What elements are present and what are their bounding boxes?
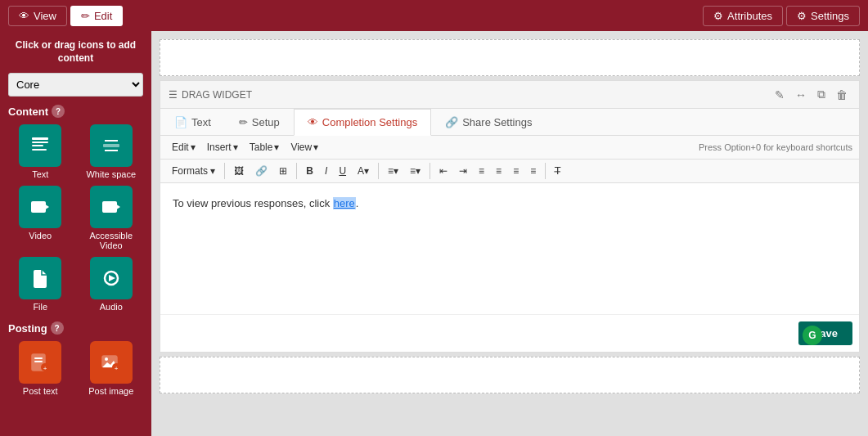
indent-right-btn[interactable]: ⇥ xyxy=(454,163,472,179)
fmt-sep-4 xyxy=(430,163,430,179)
widget-move-btn[interactable]: ↔ xyxy=(792,86,810,103)
core-select[interactable]: Core Advanced Custom xyxy=(8,73,143,97)
link-btn[interactable]: 🔗 xyxy=(250,163,272,179)
tab-setup-icon: ✏ xyxy=(239,116,248,128)
accessible-video-icon xyxy=(100,196,123,218)
attributes-icon: ⚙ xyxy=(713,10,723,22)
bold-btn[interactable]: B xyxy=(301,163,318,179)
color-btn[interactable]: A▾ xyxy=(353,163,374,179)
drag-widget-label: ☰ DRAG WIDGET xyxy=(169,89,252,101)
accessible-video-icon-item[interactable]: Accessible Video xyxy=(79,186,144,250)
posting-help-icon[interactable]: ? xyxy=(51,321,64,335)
drag-icon: ☰ xyxy=(169,89,178,101)
widget-edit-btn[interactable]: ✎ xyxy=(771,86,788,103)
post-text-icon-item[interactable]: + Post text xyxy=(8,341,73,396)
grammarly-icon: G xyxy=(803,326,822,345)
audio-icon-box xyxy=(90,257,133,299)
align-center-btn[interactable]: ≡ xyxy=(491,163,506,179)
svg-marker-8 xyxy=(44,204,49,210)
whitespace-label: White space xyxy=(86,169,136,179)
view-button[interactable]: 👁 View xyxy=(8,6,67,26)
widget-placeholder-bottom xyxy=(160,357,860,393)
svg-marker-10 xyxy=(115,204,120,210)
editor-text-before: To view previous responses, click xyxy=(173,197,333,209)
attributes-button[interactable]: ⚙ Attributes xyxy=(703,6,783,26)
text-icon xyxy=(29,134,52,157)
tab-share-settings[interactable]: 🔗 Share Settings xyxy=(431,109,546,135)
whitespace-icon-box xyxy=(90,124,133,167)
tab-completion-settings[interactable]: 👁 Completion Settings xyxy=(294,109,431,136)
edit-chevron-icon: ▾ xyxy=(191,142,196,153)
text-label: Text xyxy=(32,169,48,179)
file-label: File xyxy=(33,302,47,312)
content-help-icon[interactable]: ? xyxy=(52,105,65,118)
image-btn[interactable]: 🖼 xyxy=(229,163,249,179)
file-icon-item[interactable]: File xyxy=(8,257,73,312)
svg-rect-11 xyxy=(103,211,111,213)
align-left-btn[interactable]: ≡ xyxy=(474,163,489,179)
whitespace-icon xyxy=(100,134,123,157)
post-image-icon-box: + xyxy=(90,341,133,384)
top-bar-left: 👁 View ✏ Edit xyxy=(8,6,123,26)
number-list-btn[interactable]: ≡▾ xyxy=(405,163,425,179)
tab-share-icon: 🔗 xyxy=(445,116,458,128)
fmt-sep-5 xyxy=(545,163,546,179)
content-section-title: Content ? xyxy=(8,105,143,118)
tab-setup[interactable]: ✏ Setup xyxy=(225,109,294,135)
sidebar-hint: Click or drag icons to add content xyxy=(8,39,143,65)
accessible-video-icon-box xyxy=(90,186,133,228)
tab-text[interactable]: 📄 Text xyxy=(160,109,225,135)
editor-area[interactable]: To view previous responses, click here. xyxy=(160,183,859,314)
editor-toolbar-top: Edit ▾ Insert ▾ Table ▾ View ▾ xyxy=(160,136,859,160)
edit-menu-btn[interactable]: Edit ▾ xyxy=(167,139,200,155)
top-bar-right: ⚙ Attributes ⚙ Settings xyxy=(703,6,860,26)
bullet-list-btn[interactable]: ≡▾ xyxy=(383,163,403,179)
editor-text-after: . xyxy=(356,197,359,209)
content-area: ☰ DRAG WIDGET ✎ ↔ ⧉ 🗑 📄 Text ✏ S xyxy=(151,31,868,436)
video-icon-box xyxy=(19,186,61,228)
svg-rect-16 xyxy=(34,361,43,362)
svg-rect-4 xyxy=(103,144,119,147)
table-menu-btn[interactable]: Table ▾ xyxy=(245,139,285,155)
insert-chevron-icon: ▾ xyxy=(233,142,238,153)
editor-link[interactable]: here xyxy=(333,197,356,209)
top-bar: 👁 View ✏ Edit ⚙ Attributes ⚙ Settings xyxy=(0,0,868,31)
formats-chevron-icon: ▾ xyxy=(210,165,215,177)
table-chevron-icon: ▾ xyxy=(274,142,279,153)
underline-btn[interactable]: U xyxy=(334,163,351,179)
svg-rect-3 xyxy=(32,149,47,151)
audio-icon-item[interactable]: Audio xyxy=(79,257,144,312)
whitespace-icon-item[interactable]: White space xyxy=(79,124,144,179)
widget-delete-btn[interactable]: 🗑 xyxy=(833,86,851,103)
pencil-icon: ✏ xyxy=(81,10,90,22)
align-justify-btn[interactable]: ≡ xyxy=(525,163,541,179)
fmt-sep-1 xyxy=(224,163,225,179)
main-layout: Click or drag icons to add content Core … xyxy=(0,31,868,436)
post-image-icon-item[interactable]: + Post image xyxy=(79,341,144,396)
text-icon-item[interactable]: Text xyxy=(8,124,73,179)
content-icon-grid: Text White space xyxy=(8,124,143,312)
italic-btn[interactable]: I xyxy=(320,163,332,179)
formats-btn[interactable]: Formats ▾ xyxy=(167,163,220,179)
indent-left-btn[interactable]: ⇤ xyxy=(434,163,452,179)
insert-menu-btn[interactable]: Insert ▾ xyxy=(202,139,243,155)
audio-icon xyxy=(100,267,123,290)
svg-rect-7 xyxy=(31,201,46,213)
post-text-icon: + xyxy=(29,351,52,374)
widget-header: ☰ DRAG WIDGET ✎ ↔ ⧉ 🗑 xyxy=(160,81,859,109)
edit-button[interactable]: ✏ Edit xyxy=(70,6,123,26)
view-menu-btn[interactable]: View ▾ xyxy=(286,139,323,155)
post-text-label: Post text xyxy=(23,386,58,396)
align-right-btn[interactable]: ≡ xyxy=(508,163,524,179)
widget-placeholder-top xyxy=(160,39,860,76)
svg-rect-1 xyxy=(32,142,48,143)
posting-section-title: Posting ? xyxy=(8,321,143,335)
clear-format-btn[interactable]: T̶ xyxy=(550,163,565,179)
video-icon-item[interactable]: Video xyxy=(8,186,73,250)
settings-button[interactable]: ⚙ Settings xyxy=(786,6,860,26)
file-icon-box xyxy=(19,257,61,299)
widget-duplicate-btn[interactable]: ⧉ xyxy=(814,86,829,103)
audio-label: Audio xyxy=(100,302,123,312)
table-btn[interactable]: ⊞ xyxy=(274,163,292,179)
svg-text:+: + xyxy=(114,365,118,372)
